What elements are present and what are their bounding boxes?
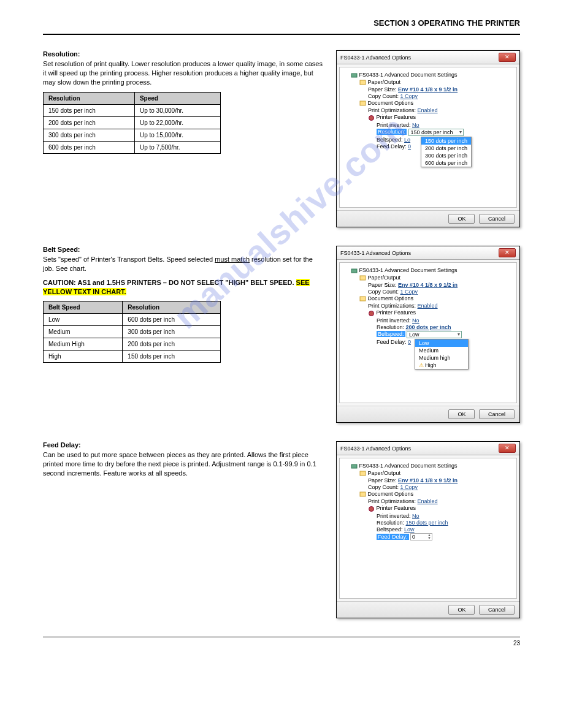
dropdown-option-warn[interactable]: High: [415, 362, 468, 369]
page-footer: 23: [43, 640, 520, 646]
print-opt-label: Print Optimizations:: [368, 303, 416, 309]
beltspeed-dropdown-list[interactable]: Low Medium Medium high High: [415, 339, 469, 370]
tree-paper-output[interactable]: Paper/Output Paper Size: Env #10 4 1/8 x…: [359, 275, 514, 295]
tree-printer-features[interactable]: Printer Features Print inverted: No Reso…: [368, 505, 514, 540]
feeddelay-text: Feed Delay: Can be used to put more spac…: [43, 441, 336, 483]
tree-root: FS0433-1 Advanced Document Settings Pape…: [351, 72, 514, 150]
tree-paper-output[interactable]: Paper/Output Paper Size: Env #10 4 1/8 x…: [359, 470, 514, 490]
svg-rect-9: [360, 471, 366, 476]
tree-print-inverted[interactable]: Print inverted: No: [377, 122, 514, 128]
resolution-table: ResolutionSpeed 150 dots per inchUp to 3…: [43, 92, 221, 154]
tree-resolution[interactable]: Resolution: 200 dots per inch: [377, 324, 514, 330]
tree-print-opt[interactable]: Print Optimizations: Enabled: [368, 303, 514, 309]
resolution-label: Resolution:: [377, 520, 404, 526]
close-icon[interactable]: ✕: [499, 53, 516, 62]
table-cell: 150 dots per inch: [44, 104, 135, 116]
svg-point-7: [369, 311, 374, 316]
print-inverted-value: No: [412, 513, 419, 519]
printer-features-label: Printer Features: [377, 505, 416, 511]
print-inverted-value: No: [412, 317, 419, 324]
beltspeed-value: Low: [404, 526, 415, 533]
dialog-title-text: FS0433-1 Advanced Options: [340, 250, 499, 256]
dropdown-option[interactable]: Medium high: [415, 354, 468, 362]
resolution-value: 200 dots per inch: [406, 324, 451, 330]
table-cell: 150 dots per inch: [123, 351, 221, 363]
page-number: 23: [513, 640, 520, 646]
table-cell: 300 dots per inch: [123, 326, 221, 338]
cancel-button[interactable]: Cancel: [479, 605, 515, 615]
feed-delay-spinner[interactable]: 0▲▼: [410, 533, 432, 540]
resolution-text: Resolution: Set resolution of print qual…: [43, 50, 336, 160]
beltspeed-label: Beltspeed:: [377, 526, 403, 533]
table-cell: Low: [44, 314, 123, 326]
beltspeed-caution: CAUTION: AS1 and 1.5HS PRINTERS – DO NOT…: [43, 278, 324, 297]
dialog-title-text: FS0433-1 Advanced Options: [340, 55, 499, 61]
tree-printer-features[interactable]: Printer Features Print inverted: No Reso…: [368, 309, 514, 344]
dialog-title-text: FS0433-1 Advanced Options: [340, 446, 499, 452]
tree-root: FS0433-1 Advanced Document Settings Pape…: [351, 463, 514, 540]
th-beltspeed: Belt Speed: [44, 301, 123, 314]
feed-delay-label-sel: Feed Delay:: [377, 534, 409, 540]
tree-copy-count[interactable]: Copy Count: 1 Copy: [368, 93, 514, 99]
tree-paper-size[interactable]: Paper Size: Env #10 4 1/8 x 9 1/2 in: [368, 282, 514, 288]
tree-doc-options[interactable]: Document Options Print Optimizations: En…: [359, 491, 514, 540]
beltspeed-p1: Sets "speed" of Printer's Transport Belt…: [43, 255, 324, 273]
ok-button[interactable]: OK: [448, 605, 475, 615]
paper-size-value: Env #10 4 1/8 x 9 1/2 in: [398, 282, 458, 288]
section-label: SECTION 3: [373, 18, 416, 28]
paper-size-label: Paper Size:: [368, 282, 397, 288]
tree-beltspeed[interactable]: Beltspeed: Low Low Medium Medium high Hi…: [377, 331, 514, 338]
close-icon[interactable]: ✕: [499, 444, 516, 453]
feeddelay-screenshot: FS0433-1 Advanced Options ✕ FS0433-1 Adv…: [336, 441, 520, 618]
spinner-arrows-icon[interactable]: ▲▼: [427, 534, 431, 540]
tree-paper-size[interactable]: Paper Size: Env #10 4 1/8 x 9 1/2 in: [368, 477, 514, 483]
tree-paper-output[interactable]: Paper/Output Paper Size: Env #10 4 1/8 x…: [359, 79, 514, 99]
resolution-screenshot: FS0433-1 Advanced Options ✕ FS0433-1 Adv…: [336, 50, 520, 227]
dropdown-option[interactable]: Low: [415, 339, 468, 347]
resolution-dropdown[interactable]: 150 dots per inch: [408, 129, 464, 136]
paper-size-label: Paper Size:: [368, 86, 397, 93]
tree-feed-delay[interactable]: Feed Delay: 0▲▼: [377, 533, 514, 540]
resolution-dropdown-list[interactable]: 150 dots per inch 200 dots per inch 300 …: [421, 137, 472, 167]
tree-copy-count[interactable]: Copy Count: 1 Copy: [368, 484, 514, 490]
svg-rect-10: [360, 492, 366, 496]
tree-doc-options[interactable]: Document Options Print Optimizations: En…: [359, 295, 514, 344]
cancel-button[interactable]: Cancel: [479, 409, 515, 419]
tree-copy-count[interactable]: Copy Count: 1 Copy: [368, 289, 514, 295]
ok-button[interactable]: OK: [448, 214, 475, 224]
tree-print-opt[interactable]: Print Optimizations: Enabled: [368, 498, 514, 504]
tree-beltspeed[interactable]: Beltspeed: Low: [377, 526, 514, 533]
dropdown-option[interactable]: Medium: [415, 347, 468, 354]
paper-output-label: Paper/Output: [368, 79, 401, 85]
tree-print-inverted[interactable]: Print inverted: No: [377, 513, 514, 519]
dialog-titlebar: FS0433-1 Advanced Options ✕: [337, 51, 519, 64]
tree-printer-features[interactable]: Printer Features Print inverted: No Reso…: [368, 114, 514, 149]
close-icon[interactable]: ✕: [499, 248, 516, 257]
table-cell: Up to 30,000/hr.: [134, 104, 220, 116]
dropdown-option[interactable]: 150 dots per inch: [421, 137, 471, 145]
tree-print-opt[interactable]: Print Optimizations: Enabled: [368, 107, 514, 113]
resolution-heading: Resolution:: [43, 50, 324, 58]
feed-delay-label: Feed Delay:: [377, 143, 407, 150]
ok-button[interactable]: OK: [448, 409, 475, 419]
tree-resolution[interactable]: Resolution: 150 dots per inch: [377, 520, 514, 526]
paper-output-label: Paper/Output: [368, 275, 401, 281]
print-inverted-label: Print inverted:: [377, 122, 411, 128]
tree-print-inverted[interactable]: Print inverted: No: [377, 317, 514, 324]
beltspeed-dropdown[interactable]: Low: [407, 331, 462, 338]
dialog-button-bar: OK Cancel: [337, 406, 519, 422]
folder-icon: [359, 79, 366, 86]
tree-root: FS0433-1 Advanced Document Settings Pape…: [351, 267, 514, 345]
svg-rect-0: [351, 74, 357, 77]
print-opt-value: Enabled: [418, 303, 438, 309]
feed-delay-spinner-value: 0: [412, 534, 415, 540]
dropdown-option[interactable]: 600 dots per inch: [421, 159, 471, 167]
copy-count-label: Copy Count:: [368, 93, 399, 99]
dropdown-option[interactable]: 200 dots per inch: [421, 145, 471, 152]
copy-count-value: 1 Copy: [400, 484, 418, 490]
cancel-button[interactable]: Cancel: [479, 214, 515, 224]
tree-doc-options[interactable]: Document Options Print Optimizations: En…: [359, 100, 514, 149]
tree-paper-size[interactable]: Paper Size: Env #10 4 1/8 x 9 1/2 in: [368, 86, 514, 93]
dropdown-option[interactable]: 300 dots per inch: [421, 152, 471, 159]
tree-resolution[interactable]: Resolution: 150 dots per inch 150 dots p…: [377, 129, 514, 136]
